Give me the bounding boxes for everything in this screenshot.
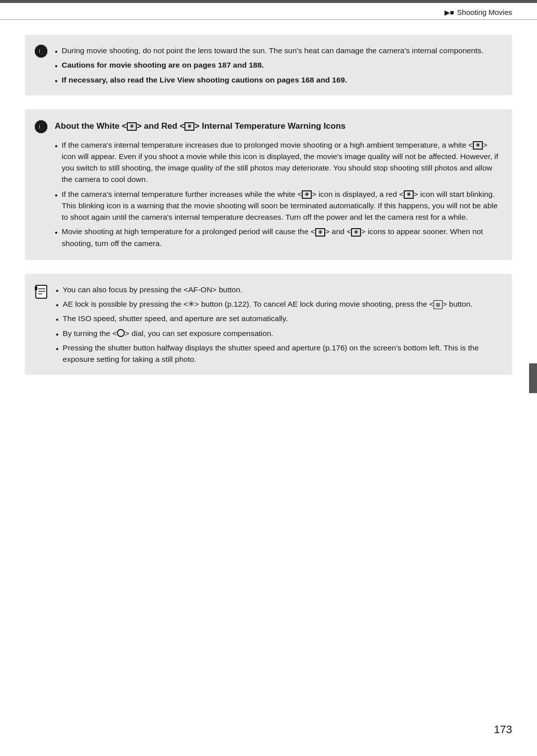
list-item: ● The ISO speed, shutter speed, and aper… [56, 313, 500, 324]
warning-text-2: Cautions for movie shooting are on pages… [62, 59, 264, 71]
note-text-1: You can also focus by pressing the <AF-O… [63, 284, 242, 295]
note-text-5: Pressing the shutter button halfway disp… [63, 342, 500, 365]
right-tab [529, 363, 537, 393]
about-list: ● If the camera's internal temperature i… [55, 139, 500, 249]
bullet-dot: ● [56, 287, 59, 294]
red-temp-icon-inline: ☀ [404, 190, 414, 199]
note-box-inner: ● You can also focus by pressing the <AF… [56, 284, 500, 365]
list-item: ● You can also focus by pressing the <AF… [56, 284, 500, 295]
white-temp-icon-inline: ☀ [473, 141, 483, 150]
note-icon [35, 285, 49, 365]
page-number: 173 [494, 723, 512, 736]
list-item: ● Cautions for movie shooting are on pag… [55, 59, 500, 71]
list-item: ● During movie shooting, do not point th… [55, 45, 500, 56]
warning-list-1: ● During movie shooting, do not point th… [55, 45, 500, 85]
bullet-dot: ● [55, 142, 58, 150]
ae-lock-button-icon: ⊞ [434, 300, 442, 310]
svg-rect-0 [36, 285, 47, 298]
warning-box-1-inner: ● During movie shooting, do not point th… [55, 45, 500, 85]
bullet-dot: ● [56, 301, 59, 309]
movie-icon: ▶■ [445, 8, 454, 16]
note-text-3: The ISO speed, shutter speed, and apertu… [63, 313, 288, 324]
page-title-text: Shooting Movies [457, 8, 512, 16]
page-title: ▶■ Shooting Movies [445, 8, 512, 16]
header-title: ▶■ Shooting Movies [0, 3, 537, 20]
bullet-dot: ● [55, 191, 58, 199]
list-item: ● If the camera's internal temperature i… [55, 139, 500, 185]
note-list: ● You can also focus by pressing the <AF… [56, 284, 500, 365]
bullet-dot: ● [55, 77, 58, 84]
note-box: ● You can also focus by pressing the <AF… [25, 274, 512, 375]
bullet-dot: ● [56, 345, 59, 352]
about-box: ⓿ About the White <☀> and Red <☀> Intern… [25, 109, 512, 260]
white-temp-icon: ☀ [127, 122, 137, 131]
main-content: ⓿ ● During movie shooting, do not point … [0, 20, 537, 414]
note-text-2: AE lock is possible by pressing the <✳> … [63, 298, 472, 310]
caution-icon-1: ⓿ [35, 46, 48, 85]
svg-rect-4 [35, 286, 37, 290]
about-box-inner: About the White <☀> and Red <☀> Internal… [55, 120, 500, 249]
warning-text-3: If necessary, also read the Live View sh… [62, 74, 347, 85]
list-item: ● Movie shooting at high temperature for… [55, 226, 500, 249]
about-text-3: Movie shooting at high temperature for a… [62, 226, 500, 249]
bullet-dot: ● [56, 316, 59, 323]
list-item: ● Pressing the shutter button halfway di… [56, 342, 500, 365]
list-item: ● If necessary, also read the Live View … [55, 74, 500, 85]
red-temp-icon-inline2: ☀ [351, 228, 361, 237]
note-text-4: By turning the <> dial, you can set expo… [63, 328, 273, 339]
red-temp-icon: ☀ [184, 122, 194, 131]
bullet-dot: ● [55, 229, 58, 236]
caution-icon-2: ⓿ [35, 121, 48, 249]
white-temp-icon-inline2: ☀ [302, 190, 312, 199]
bullet-dot: ● [55, 48, 58, 55]
dial-icon [117, 329, 125, 337]
about-text-1: If the camera's internal temperature inc… [62, 139, 500, 185]
warning-text-1: During movie shooting, do not point the … [62, 45, 483, 56]
about-title: About the White <☀> and Red <☀> Internal… [55, 120, 500, 132]
white-temp-icon-inline3: ☀ [315, 228, 325, 237]
bullet-dot: ● [55, 62, 58, 70]
about-text-2: If the camera's internal temperature fur… [62, 188, 500, 223]
list-item: ● AE lock is possible by pressing the <✳… [56, 298, 500, 310]
bullet-dot: ● [56, 331, 59, 338]
list-item: ● By turning the <> dial, you can set ex… [56, 328, 500, 339]
list-item: ● If the camera's internal temperature f… [55, 188, 500, 223]
warning-box-1: ⓿ ● During movie shooting, do not point … [25, 35, 512, 95]
